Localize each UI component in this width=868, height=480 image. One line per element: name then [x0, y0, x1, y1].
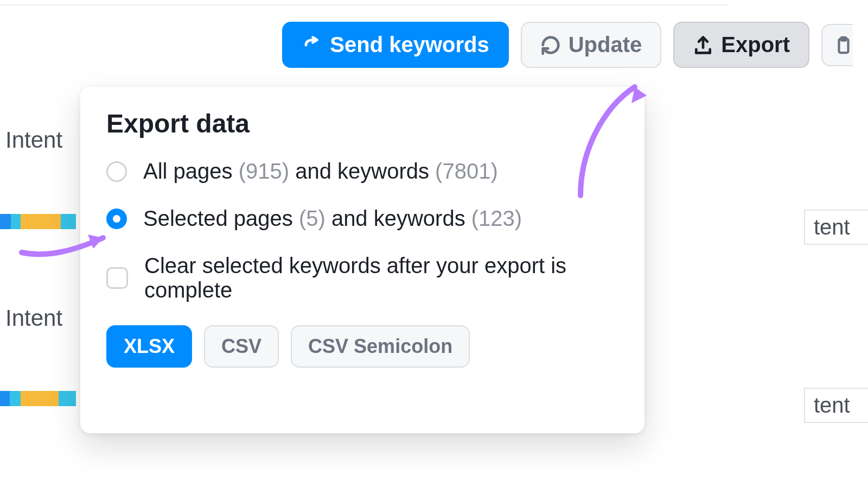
- arrow-right-icon: [302, 35, 322, 55]
- option-selected-text: Selected pages (5) and keywords (123): [143, 206, 522, 231]
- update-label: Update: [569, 33, 642, 57]
- radio-selected-icon[interactable]: [106, 209, 127, 229]
- intent-bar: [0, 391, 76, 406]
- radio-unselected-icon[interactable]: [106, 161, 127, 182]
- option-selected-pages[interactable]: Selected pages (5) and keywords (123): [106, 206, 618, 231]
- clipboard-icon: [834, 35, 853, 55]
- option-all-pages[interactable]: All pages (915) and keywords (7801): [106, 159, 618, 184]
- divider: [0, 4, 727, 5]
- cell-partial: tent: [804, 210, 868, 245]
- export-label: Export: [721, 33, 790, 57]
- toolbar: Send keywords Update Export: [282, 22, 853, 68]
- send-keywords-button[interactable]: Send keywords: [282, 22, 508, 68]
- format-row: XLSX CSV CSV Semicolon: [106, 325, 618, 368]
- option-all-text: All pages (915) and keywords (7801): [143, 159, 498, 184]
- intent-bar: [0, 214, 76, 229]
- update-button[interactable]: Update: [521, 22, 662, 68]
- refresh-icon: [540, 35, 561, 55]
- option-clear-checkbox[interactable]: Clear selected keywords after your expor…: [106, 254, 618, 302]
- clipboard-button[interactable]: [821, 24, 853, 66]
- checkbox-unchecked-icon[interactable]: [106, 267, 128, 289]
- format-csv-semicolon-button[interactable]: CSV Semicolon: [291, 325, 470, 368]
- popover-title: Export data: [106, 109, 618, 138]
- cell-partial: tent: [804, 388, 868, 423]
- export-popover: Export data All pages (915) and keywords…: [80, 87, 644, 433]
- export-button[interactable]: Export: [673, 22, 809, 68]
- checkbox-label: Clear selected keywords after your expor…: [144, 254, 618, 302]
- format-xlsx-button[interactable]: XLSX: [106, 325, 192, 368]
- upload-icon: [693, 35, 713, 55]
- format-csv-button[interactable]: CSV: [204, 325, 279, 368]
- send-keywords-label: Send keywords: [330, 33, 489, 57]
